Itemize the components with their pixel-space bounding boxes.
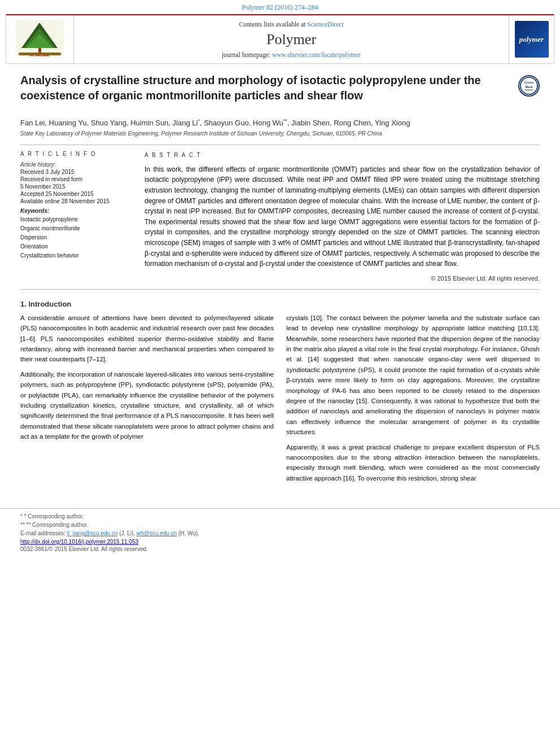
footer-doi-line: http://dx.doi.org/10.1016/j.polymer.2015… <box>20 539 540 545</box>
contents-list-text: Contents lists available at <box>239 21 307 28</box>
journal-homepage: journal homepage: www.elsevier.com/locat… <box>222 51 361 58</box>
article-info-heading: A R T I C L E I N F O <box>20 151 133 157</box>
keyword-1: Isotactic polypropylene <box>20 215 133 224</box>
citation-text: Polymer 82 (2016) 274–284 <box>242 3 318 11</box>
keyword-3: Dispersion <box>20 233 133 242</box>
available-date: Available online 28 November 2015 <box>20 198 133 204</box>
article-body: A R T I C L E I N F O Article history: R… <box>20 151 540 283</box>
corresponding-label-1: * Corresponding author. <box>24 513 84 519</box>
email-label: E-mail addresses: <box>20 530 67 536</box>
page-container: Polymer 82 (2016) 274–284 ELS <box>0 0 560 557</box>
citation-bar: Polymer 82 (2016) 274–284 <box>0 0 560 14</box>
section-divider-1 <box>20 145 540 145</box>
body-two-columns: A considerable amount of attentions have… <box>20 313 540 488</box>
article-info-column: A R T I C L E I N F O Article history: R… <box>20 151 133 283</box>
svg-text:Cross: Cross <box>524 81 533 84</box>
polymer-banner: polymer <box>515 21 549 58</box>
intro-col2-p1: crystals [10]. The contact between the p… <box>286 313 540 438</box>
intro-col1-p1: A considerable amount of attentions have… <box>20 313 274 365</box>
body-column-right: crystals [10]. The contact between the p… <box>286 313 540 488</box>
email-1-link[interactable]: li_jiang@scu.edu.cn <box>67 530 118 536</box>
keyword-2: Organic montmorillonite <box>20 224 133 233</box>
polymer-logo-text: polymer <box>519 35 544 44</box>
body-column-left: A considerable amount of attentions have… <box>20 313 274 488</box>
article-title: Analysis of crystalline structure and mo… <box>20 73 513 103</box>
intro-col1-p2: Additionally, the incorporation of nanos… <box>20 369 274 442</box>
corresponding-star-1: * <box>20 513 24 519</box>
homepage-label: journal homepage: <box>222 51 272 58</box>
journal-name: Polymer <box>266 31 316 48</box>
article-title-section: Analysis of crystalline structure and mo… <box>20 73 540 110</box>
authors-text: Fan Lei, Huaning Yu, Shuo Yang, Huimin S… <box>20 119 410 127</box>
abstract-column: A B S T R A C T In this work, the differ… <box>145 151 540 283</box>
revised-date: 5 November 2015 <box>20 184 133 190</box>
svg-text:ELSEVIER: ELSEVIER <box>30 55 50 56</box>
crossmark-circle: Cross Mark <box>518 75 540 97</box>
elsevier-logo: ELSEVIER <box>16 20 64 59</box>
authors-section: Fan Lei, Huaning Yu, Shuo Yang, Huimin S… <box>20 118 540 127</box>
copyright-line: © 2015 Elsevier Ltd. All rights reserved… <box>145 274 540 283</box>
abstract-heading: A B S T R A C T <box>145 151 540 160</box>
footer-corresponding-2: ** ** Corresponding author. <box>20 522 540 528</box>
introduction-section: 1. Introduction A considerable amount of… <box>20 300 540 488</box>
keyword-4: Orientation <box>20 242 133 251</box>
corresponding-star-2: ** <box>20 522 27 528</box>
keyword-5: Crystallization behavior <box>20 251 133 260</box>
page-footer: * * Corresponding author. ** ** Correspo… <box>0 508 560 557</box>
corresponding-label-2: ** Corresponding author. <box>27 522 89 528</box>
crossmark-badge: Cross Mark <box>518 75 540 97</box>
footer-issn: 0032-3861/© 2015 Elsevier Ltd. All right… <box>20 546 540 552</box>
section-divider-2 <box>20 289 540 290</box>
keywords-list: Isotactic polypropylene Organic montmori… <box>20 215 133 260</box>
keywords-heading: Keywords: <box>20 208 133 214</box>
doi-link[interactable]: http://dx.doi.org/10.1016/j.polymer.2015… <box>20 539 138 545</box>
crossmark-svg: Cross Mark <box>519 76 539 96</box>
revised-label: Received in revised form <box>20 176 133 182</box>
email-1-name: (J. Li), <box>119 530 135 536</box>
elsevier-tree-svg: ELSEVIER <box>16 20 64 56</box>
introduction-heading: 1. Introduction <box>20 300 540 308</box>
sciencedirect-link[interactable]: ScienceDirect <box>307 21 344 28</box>
svg-text:Mark: Mark <box>525 85 533 89</box>
sciencedirect-line: Contents lists available at ScienceDirec… <box>239 21 343 28</box>
main-content: Analysis of crystalline structure and mo… <box>0 64 560 497</box>
journal-header-center: Contents lists available at ScienceDirec… <box>74 15 509 63</box>
footer-corresponding-1: * * Corresponding author. <box>20 513 540 519</box>
accepted-date: Accepted 25 November 2015 <box>20 191 133 197</box>
history-label: Article history: <box>20 161 133 168</box>
homepage-link[interactable]: www.elsevier.com/locate/polymer <box>272 51 361 58</box>
polymer-logo-section: polymer <box>509 15 554 63</box>
email-2-name: (H. Wu). <box>178 530 199 536</box>
affiliation: State Key Laboratory of Polymer Material… <box>20 130 540 137</box>
received-date: Received 3 July 2015 <box>20 169 133 175</box>
email-2-link[interactable]: wh@scu.edu.cn <box>137 530 177 536</box>
abstract-text: In this work, the different effects of o… <box>145 164 540 269</box>
elsevier-logo-section: ELSEVIER <box>6 15 74 63</box>
intro-col2-p2: Apparently, it was a great practical cha… <box>286 442 540 484</box>
footer-emails: E-mail addresses: li_jiang@scu.edu.cn (J… <box>20 530 540 536</box>
journal-header: ELSEVIER Contents lists available at Sci… <box>6 14 554 64</box>
